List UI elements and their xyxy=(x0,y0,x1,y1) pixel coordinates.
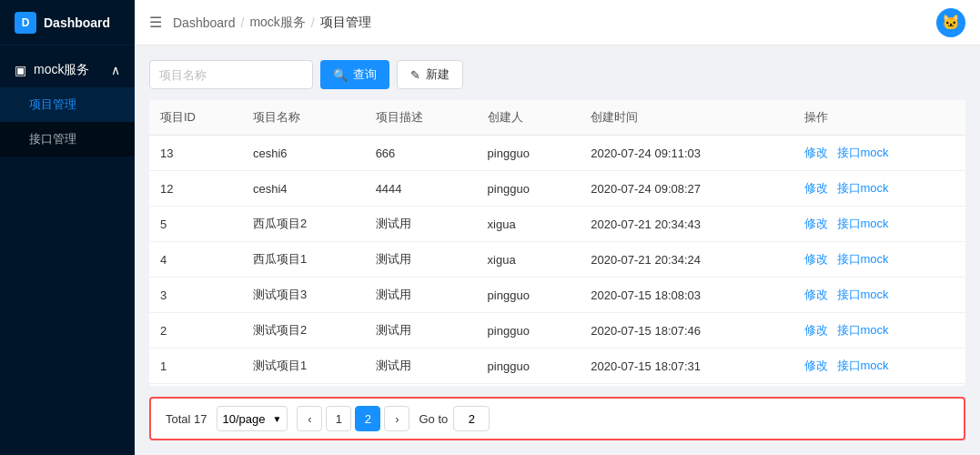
page-content: 🔍 查询 ✎ 新建 项目ID 项目名称 项目描述 创建人 创建时间 操作 xyxy=(135,46,980,455)
cell-id: 3 xyxy=(149,278,242,313)
sidebar-item-project[interactable]: 项目管理 xyxy=(0,87,135,122)
pagination-total: Total 17 xyxy=(166,412,207,426)
edit-link[interactable]: 修改 xyxy=(804,145,828,161)
edit-link[interactable]: 修改 xyxy=(804,216,828,232)
mock-group-icon: ▣ xyxy=(15,63,26,77)
col-creator: 创建人 xyxy=(477,100,581,136)
mock-link[interactable]: 接口mock xyxy=(837,180,889,197)
mock-link[interactable]: 接口mock xyxy=(837,358,889,374)
page-1-button[interactable]: 1 xyxy=(326,406,351,431)
cell-name: ceshi4 xyxy=(242,171,365,207)
cell-desc: 测试用 xyxy=(365,313,477,349)
cell-creator: pingguo xyxy=(477,349,581,384)
cell-creator: pingguo xyxy=(477,313,581,349)
header: ☰ Dashboard / mock服务 / 项目管理 🐱 xyxy=(135,0,980,46)
search-button[interactable]: 🔍 查询 xyxy=(320,60,389,89)
goto-input[interactable] xyxy=(453,406,490,431)
cell-action: 修改 接口mock xyxy=(793,171,965,207)
cell-created: 2020-07-24 09:11:03 xyxy=(580,136,793,171)
page-nav: ‹ 1 2 › xyxy=(297,406,409,431)
page-2-button[interactable]: 2 xyxy=(355,406,380,431)
cell-id: 4 xyxy=(149,242,242,278)
cell-name: ceshi6 xyxy=(242,136,365,171)
sidebar-menu-sub: 项目管理 接口管理 xyxy=(0,87,135,157)
edit-link[interactable]: 修改 xyxy=(804,251,828,268)
new-button[interactable]: ✎ 新建 xyxy=(397,60,463,89)
breadcrumb-dashboard[interactable]: Dashboard xyxy=(173,15,236,30)
cell-created: 2020-07-24 09:08:27 xyxy=(580,171,793,207)
cell-action: 修改 接口mock xyxy=(793,278,965,313)
mock-link[interactable]: 接口mock xyxy=(837,145,889,161)
sidebar-item-interface[interactable]: 接口管理 xyxy=(0,122,135,157)
next-page-button[interactable]: › xyxy=(384,406,409,431)
cell-action: 修改 接口mock xyxy=(793,242,965,278)
cell-desc: 测试用 xyxy=(365,349,477,384)
cell-created: 2020-07-15 18:07:31 xyxy=(580,349,793,384)
cell-id: 5 xyxy=(149,207,242,242)
goto-section: Go to xyxy=(419,406,490,431)
cell-desc: 666 xyxy=(365,136,477,171)
edit-link[interactable]: 修改 xyxy=(804,287,828,303)
toolbar: 🔍 查询 ✎ 新建 xyxy=(149,60,965,89)
table-row: 12 ceshi4 4444 pingguo 2020-07-24 09:08:… xyxy=(149,171,965,207)
cell-desc: 测试用 xyxy=(365,278,477,313)
mock-link[interactable]: 接口mock xyxy=(837,251,889,268)
prev-page-button[interactable]: ‹ xyxy=(297,406,322,431)
breadcrumb-sep-2: / xyxy=(311,15,315,30)
edit-link[interactable]: 修改 xyxy=(804,180,828,197)
table-row: 5 西瓜项目2 测试用 xigua 2020-07-21 20:34:43 修改… xyxy=(149,207,965,242)
sidebar-menu-group-mock: ▣ mock服务 ∧ 项目管理 接口管理 xyxy=(0,53,135,157)
cell-created: 2020-07-15 18:08:03 xyxy=(580,278,793,313)
goto-label: Go to xyxy=(419,412,448,426)
cell-action: 修改 接口mock xyxy=(793,136,965,171)
cell-id: 2 xyxy=(149,313,242,349)
logo-title: Dashboard xyxy=(44,15,110,30)
breadcrumb: Dashboard / mock服务 / 项目管理 xyxy=(173,15,371,31)
cell-name: 西瓜项目1 xyxy=(242,242,365,278)
avatar[interactable]: 🐱 xyxy=(936,8,965,37)
mock-group-chevron-icon: ∧ xyxy=(111,63,120,77)
cell-creator: pingguo xyxy=(477,171,581,207)
col-id: 项目ID xyxy=(149,100,242,136)
table-row: 4 西瓜项目1 测试用 xigua 2020-07-21 20:34:24 修改… xyxy=(149,242,965,278)
cell-desc: 测试用 xyxy=(365,242,477,278)
edit-link[interactable]: 修改 xyxy=(804,322,828,339)
mock-link[interactable]: 接口mock xyxy=(837,287,889,303)
menu-toggle-icon[interactable]: ☰ xyxy=(149,14,162,31)
table-row: 13 ceshi6 666 pingguo 2020-07-24 09:11:0… xyxy=(149,136,965,171)
table-row: 3 测试项目3 测试用 pingguo 2020-07-15 18:08:03 … xyxy=(149,278,965,313)
cell-action: 修改 接口mock xyxy=(793,313,965,349)
col-action: 操作 xyxy=(793,100,965,136)
mock-link[interactable]: 接口mock xyxy=(837,322,889,339)
cell-name: 测试项目2 xyxy=(242,313,365,349)
page-size-dropdown[interactable]: 10/page 20/page 50/page xyxy=(223,412,278,426)
page-size-select[interactable]: 10/page 20/page 50/page ▼ xyxy=(217,406,288,431)
sidebar-menu-group-mock-header[interactable]: ▣ mock服务 ∧ xyxy=(0,53,135,87)
cell-creator: xigua xyxy=(477,242,581,278)
logo-icon: D xyxy=(15,12,36,34)
col-name: 项目名称 xyxy=(242,100,365,136)
search-input[interactable] xyxy=(149,60,313,89)
cell-creator: xigua xyxy=(477,207,581,242)
pagination-bar: Total 17 10/page 20/page 50/page ▼ ‹ 1 2… xyxy=(149,397,965,440)
search-icon: 🔍 xyxy=(333,68,348,82)
edit-link[interactable]: 修改 xyxy=(804,358,828,374)
cell-created: 2020-07-15 18:07:46 xyxy=(580,313,793,349)
cell-name: 测试项目3 xyxy=(242,278,365,313)
cell-name: 西瓜项目2 xyxy=(242,207,365,242)
table-header-row: 项目ID 项目名称 项目描述 创建人 创建时间 操作 xyxy=(149,100,965,136)
sidebar-menu: ▣ mock服务 ∧ 项目管理 接口管理 xyxy=(0,46,135,164)
cell-id: 13 xyxy=(149,136,242,171)
sidebar: D Dashboard ▣ mock服务 ∧ 项目管理 接口管理 xyxy=(0,0,135,455)
col-desc: 项目描述 xyxy=(365,100,477,136)
cell-action: 修改 接口mock xyxy=(793,207,965,242)
cell-created: 2020-07-21 20:34:43 xyxy=(580,207,793,242)
breadcrumb-sep-1: / xyxy=(241,15,245,30)
mock-group-label: mock服务 xyxy=(34,62,89,78)
breadcrumb-mock[interactable]: mock服务 xyxy=(249,15,305,31)
main-content: ☰ Dashboard / mock服务 / 项目管理 🐱 🔍 查询 ✎ 新建 xyxy=(135,0,980,455)
cell-created: 2020-07-21 20:34:24 xyxy=(580,242,793,278)
mock-link[interactable]: 接口mock xyxy=(837,216,889,232)
new-icon: ✎ xyxy=(410,68,420,82)
cell-creator: pingguo xyxy=(477,278,581,313)
